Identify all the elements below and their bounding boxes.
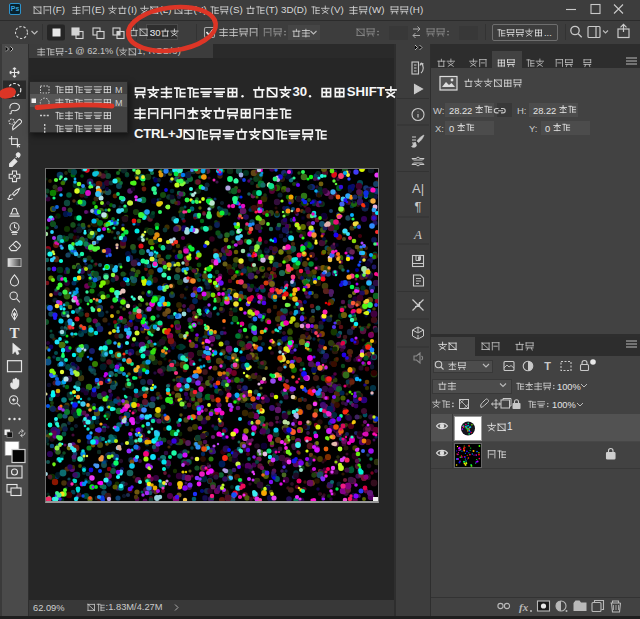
- svg-text:62.09%: 62.09%: [33, 603, 65, 613]
- svg-text:(I): (I): [128, 4, 137, 15]
- svg-text:(H): (H): [410, 4, 424, 15]
- svg-text:(E): (E): [92, 4, 105, 15]
- svg-text:(V): (V): [331, 4, 344, 15]
- svg-text:(S): (S): [230, 4, 243, 15]
- svg-text:M: M: [115, 85, 123, 95]
- svg-text:28.22: 28.22: [449, 106, 472, 116]
- svg-text:CTRL+J: CTRL+J: [134, 126, 183, 141]
- svg-text:A|: A|: [412, 181, 424, 196]
- svg-text:(T): (T): [266, 4, 279, 15]
- svg-text:0: 0: [545, 124, 550, 134]
- svg-text:M: M: [115, 98, 123, 108]
- svg-text:100%: 100%: [557, 382, 581, 392]
- svg-text:3D(D): 3D(D): [281, 4, 307, 15]
- svg-text:1: 1: [507, 421, 513, 432]
- svg-text:T: T: [9, 325, 19, 341]
- svg-text:100%: 100%: [552, 400, 576, 410]
- svg-text:0: 0: [449, 124, 454, 134]
- svg-text:SHIFT: SHIFT: [347, 84, 385, 99]
- svg-text:H:: H:: [517, 105, 527, 116]
- svg-text:30: 30: [292, 84, 307, 99]
- svg-text:W:: W:: [433, 105, 444, 116]
- svg-text:X:: X:: [435, 123, 444, 134]
- svg-text:28.22: 28.22: [533, 106, 556, 116]
- svg-text:(F): (F): [53, 4, 66, 15]
- svg-text:A: A: [413, 227, 422, 242]
- svg-text:-1 @ 62.1% (: -1 @ 62.1% (: [65, 46, 119, 56]
- svg-text:T: T: [544, 360, 551, 372]
- svg-text:...: ...: [544, 28, 552, 38]
- svg-text::1.83M/4.27M: :1.83M/4.27M: [106, 602, 163, 612]
- svg-text:Y:: Y:: [529, 123, 537, 134]
- svg-text:fx: fx: [519, 601, 529, 613]
- svg-text:30: 30: [150, 27, 161, 38]
- svg-text:¶: ¶: [415, 199, 422, 214]
- svg-text:(W): (W): [369, 4, 385, 15]
